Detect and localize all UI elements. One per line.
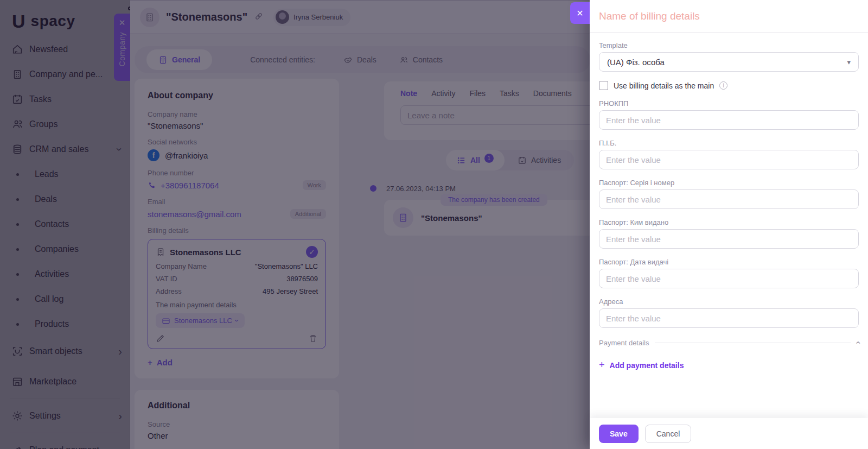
chevron-up-icon[interactable]: › xyxy=(852,341,862,344)
field-address: Адреса xyxy=(599,298,859,328)
template-select[interactable]: (UA) Фіз. особа ▾ xyxy=(599,52,859,72)
field-rnokpp: РНОКПП xyxy=(599,99,859,130)
use-as-main-label: Use billing details as the main xyxy=(614,81,714,90)
drawer-footer: Save Cancel xyxy=(590,418,868,449)
passport-series-input[interactable] xyxy=(599,189,859,209)
address-input[interactable] xyxy=(599,308,859,328)
drawer-close-button[interactable]: ✕ xyxy=(570,2,590,24)
drawer-body: Template (UA) Фіз. особа ▾ Use billing d… xyxy=(590,33,868,371)
pib-input[interactable] xyxy=(599,150,859,169)
close-icon: ✕ xyxy=(576,8,583,18)
modal-backdrop[interactable] xyxy=(0,0,590,449)
field-passport-issued-by: Паспорт: Ким видано xyxy=(599,218,859,249)
plus-icon: + xyxy=(599,359,605,371)
field-pib: П.І.Б. xyxy=(599,139,859,169)
field-passport-series: Паспорт: Серія і номер xyxy=(599,179,859,209)
drawer-header xyxy=(590,0,868,33)
use-as-main-row: Use billing details as the main i xyxy=(599,81,859,90)
field-passport-issue-date: Паспорт: Дата видачі xyxy=(599,258,859,288)
template-value: (UA) Фіз. особа xyxy=(607,58,847,67)
app-window: U spacy Newsfeed Company and pe... › Tas… xyxy=(0,0,868,449)
caret-down-icon: ▾ xyxy=(847,58,851,66)
rnokpp-input[interactable] xyxy=(599,110,859,130)
template-label: Template xyxy=(599,41,859,49)
passport-issued-by-input[interactable] xyxy=(599,229,859,249)
save-button[interactable]: Save xyxy=(599,425,639,443)
use-as-main-checkbox[interactable] xyxy=(599,81,608,90)
billing-details-drawer: ✕ Template (UA) Фіз. особа ▾ Use billing… xyxy=(590,0,868,449)
section-divider xyxy=(655,343,851,343)
passport-issue-date-input[interactable] xyxy=(599,269,859,288)
payment-details-label: Payment details xyxy=(599,339,649,347)
billing-name-input[interactable] xyxy=(599,10,859,22)
payment-details-section: Payment details › xyxy=(599,338,859,347)
cancel-button[interactable]: Cancel xyxy=(645,425,692,443)
add-payment-details-button[interactable]: + Add payment details xyxy=(599,359,684,371)
info-icon[interactable]: i xyxy=(719,81,727,90)
